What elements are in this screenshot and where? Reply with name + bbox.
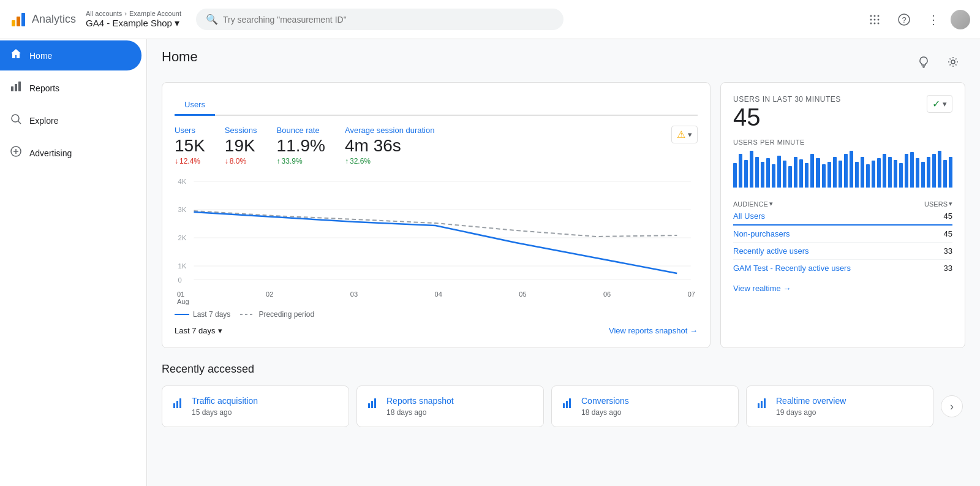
audience-row[interactable]: Recently active users33 — [733, 243, 952, 260]
chart-container: 4K 3K 2K 1K 0 — [175, 175, 698, 286]
bar — [739, 154, 742, 188]
svg-text:?: ? — [902, 15, 906, 25]
realtime-footer: View realtime → — [733, 284, 952, 293]
recent-card[interactable]: Reports snapshot 18 days ago — [356, 385, 544, 427]
topbar: Analytics All accounts › Example Account… — [0, 0, 980, 39]
bar — [877, 158, 881, 188]
home-grid: Users Users 15K ↓ 12.4% Sessions — [162, 82, 965, 348]
bar — [938, 151, 941, 188]
metric-bounce-label[interactable]: Bounce rate — [277, 126, 325, 135]
audience-row[interactable]: All Users45 — [733, 208, 952, 226]
sidebar-item-explore[interactable]: Explore — [0, 105, 141, 135]
svg-rect-37 — [371, 401, 373, 408]
date-range-label: Last 7 days — [175, 326, 216, 335]
metric-users-label[interactable]: Users — [175, 126, 205, 135]
analytics-logo-icon — [10, 11, 27, 28]
legend-preceding: Preceding period — [240, 310, 314, 319]
recent-card-name: Conversions — [581, 396, 629, 406]
svg-point-5 — [878, 15, 880, 17]
tab-users[interactable]: Users — [175, 95, 215, 116]
recent-card-time: 15 days ago — [192, 408, 258, 417]
audience-row-name[interactable]: Recently active users — [733, 246, 809, 256]
bar — [755, 157, 759, 188]
svg-point-6 — [870, 18, 872, 20]
realtime-count: 45 — [733, 104, 841, 131]
realtime-status-button[interactable]: ✓ ▾ — [927, 95, 952, 113]
recent-card[interactable]: Realtime overview 19 days ago — [746, 385, 933, 427]
user-avatar[interactable] — [951, 10, 970, 29]
svg-text:0: 0 — [178, 277, 182, 284]
audience-row[interactable]: Non-purchasers45 — [733, 226, 952, 243]
audience-row-name[interactable]: All Users — [733, 211, 765, 221]
scroll-right-button[interactable]: › — [941, 395, 963, 417]
up-arrow-icon: ↑ — [277, 157, 281, 165]
bar — [766, 158, 770, 188]
users-dropdown-button[interactable]: USERS ▾ — [924, 200, 952, 208]
bar — [827, 162, 831, 188]
audience-row-name[interactable]: GAM Test - Recently active users — [733, 264, 851, 273]
audience-dropdown-button[interactable]: AUDIENCE ▾ — [733, 200, 773, 208]
audience-row-count: 45 — [944, 211, 952, 221]
date-range-button[interactable]: Last 7 days ▾ — [175, 326, 222, 335]
metric-bounce-value: 11.9% — [277, 136, 325, 156]
bar — [833, 157, 837, 188]
recent-card[interactable]: Traffic acquisition 15 days ago — [162, 385, 349, 427]
bar — [910, 152, 914, 188]
audience-row-name[interactable]: Non-purchasers — [733, 229, 790, 238]
search-input[interactable] — [223, 15, 554, 25]
metric-avg-label[interactable]: Average session duration — [345, 126, 434, 135]
svg-line-18 — [18, 121, 21, 124]
account-selector[interactable]: All accounts › Example Account GA4 - Exa… — [86, 10, 181, 29]
svg-point-17 — [12, 115, 19, 122]
lightbulb-button[interactable] — [911, 50, 936, 74]
recent-card-name: Realtime overview — [776, 396, 846, 406]
metric-users-change: ↓ 12.4% — [175, 157, 205, 165]
help-button[interactable]: ? — [892, 7, 916, 32]
bar — [861, 157, 864, 188]
svg-point-8 — [878, 18, 880, 20]
metrics-tabs: Users — [175, 95, 698, 116]
sidebar-item-home[interactable]: Home — [0, 40, 141, 70]
recent-card-icon — [756, 397, 769, 412]
svg-point-11 — [878, 22, 880, 24]
metric-avg-change: ↑ 32.6% — [345, 157, 434, 165]
svg-rect-43 — [761, 401, 763, 408]
logo-area: Analytics — [10, 11, 76, 28]
view-reports-link[interactable]: View reports snapshot → — [609, 326, 698, 335]
bar — [916, 158, 919, 188]
bar — [888, 157, 892, 188]
recent-card[interactable]: Conversions 18 days ago — [551, 385, 739, 427]
recent-card-icon — [172, 397, 184, 412]
sidebar-item-label-reports: Reports — [29, 83, 59, 93]
customize-button[interactable] — [941, 50, 965, 74]
warning-button[interactable]: ⚠ ▾ — [671, 126, 698, 143]
audience-row[interactable]: GAM Test - Recently active users33 — [733, 260, 952, 276]
recently-accessed-title: Recently accessed — [162, 363, 965, 376]
svg-point-7 — [874, 18, 876, 20]
bar — [761, 162, 764, 188]
svg-rect-41 — [569, 398, 571, 408]
bar — [772, 164, 775, 188]
breadcrumb: All accounts › Example Account — [86, 10, 181, 17]
metric-bounce-change: ↑ 33.9% — [277, 157, 325, 165]
metric-sessions-label[interactable]: Sessions — [225, 126, 257, 135]
svg-rect-42 — [758, 403, 760, 408]
metric-sessions-change: ↓ 8.0% — [225, 157, 257, 165]
apps-button[interactable] — [862, 7, 887, 32]
svg-rect-36 — [368, 403, 370, 408]
main-content: Home Users — [147, 39, 980, 486]
recent-card-time: 18 days ago — [581, 408, 629, 417]
main-layout: Home Reports Explore Advertising Home — [0, 39, 980, 486]
view-realtime-link[interactable]: View realtime → — [733, 284, 952, 293]
sidebar-item-reports[interactable]: Reports — [0, 73, 141, 103]
property-selector[interactable]: GA4 - Example Shop ▾ — [86, 17, 181, 29]
more-options-button[interactable]: ⋮ — [921, 7, 946, 32]
sidebar-item-advertising[interactable]: Advertising — [0, 138, 141, 168]
metric-users: Users 15K ↓ 12.4% — [175, 126, 205, 165]
svg-text:1K: 1K — [178, 263, 187, 270]
bar — [799, 159, 803, 188]
bar — [872, 161, 875, 188]
search-bar: 🔍 — [196, 9, 564, 30]
recent-card-name: Traffic acquisition — [192, 396, 258, 406]
recently-accessed-grid: Traffic acquisition 15 days ago Reports … — [162, 385, 965, 427]
